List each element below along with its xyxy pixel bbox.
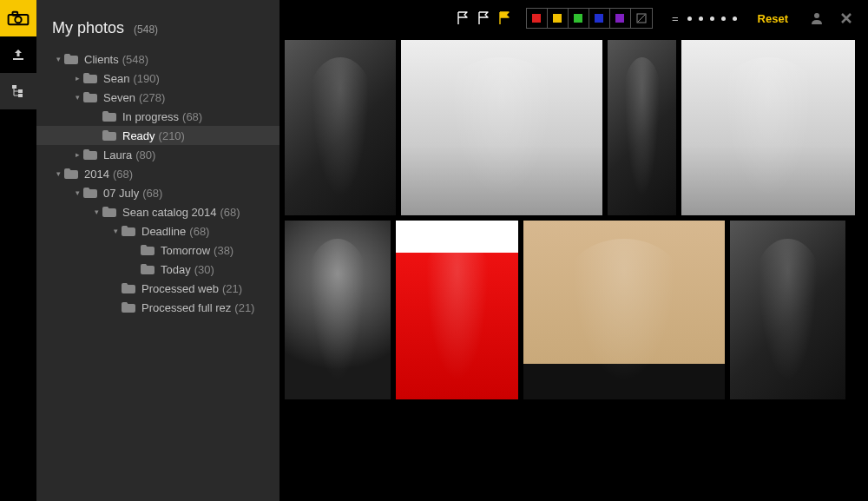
- folder-count: (68): [142, 187, 162, 200]
- folder-row-in-progress[interactable]: In progress (68): [36, 107, 279, 126]
- folder-label: Sean catalog 2014: [122, 206, 216, 219]
- svg-rect-4: [12, 85, 16, 89]
- folder-count: (68): [113, 168, 133, 181]
- photo-placeholder-icon: [716, 57, 820, 215]
- sidebar: My photos (548) ▾Clients (548)▸Sean (190…: [36, 0, 279, 501]
- folder-count: (68): [182, 110, 202, 123]
- folder-icon: [83, 73, 97, 83]
- folder-row-tomorrow[interactable]: Tomorrow (38): [36, 241, 279, 260]
- close-icon: [840, 12, 852, 24]
- disclosure-arrow-icon: ▾: [71, 188, 83, 197]
- folder-label: Tomorrow: [161, 244, 210, 257]
- flag-icon: [477, 11, 490, 25]
- folder-row-sean-catalog-2014[interactable]: ▾Sean catalog 2014 (68): [36, 202, 279, 221]
- svg-rect-2: [13, 12, 18, 16]
- folder-icon: [64, 168, 78, 179]
- no-color-icon: [636, 13, 647, 23]
- folder-label: 07 July: [103, 187, 139, 200]
- folder-count: (21): [234, 301, 254, 314]
- rating-dot[interactable]: [687, 16, 692, 21]
- user-button[interactable]: [807, 9, 826, 28]
- photo-4[interactable]: [681, 40, 855, 215]
- photo-2[interactable]: [401, 40, 602, 215]
- folder-row-2014[interactable]: ▾2014 (68): [36, 164, 279, 183]
- folder-label: Laura: [103, 148, 132, 162]
- photo-1[interactable]: [285, 40, 396, 215]
- color-label-yellow[interactable]: [548, 9, 569, 28]
- user-icon: [810, 11, 824, 25]
- sidebar-title: My photos (548): [36, 19, 279, 49]
- upload-button[interactable]: [0, 36, 36, 73]
- photo-placeholder-icon: [420, 239, 494, 399]
- folder-row-07-july[interactable]: ▾07 July (68): [36, 183, 279, 202]
- tree-icon: [11, 84, 25, 98]
- folder-count: (68): [189, 225, 209, 238]
- color-label-blue[interactable]: [589, 9, 610, 28]
- color-label-purple[interactable]: [610, 9, 631, 28]
- folder-icon: [122, 226, 135, 236]
- upload-icon: [11, 48, 25, 62]
- flag-filter-group: [453, 9, 514, 28]
- color-label-green[interactable]: [569, 9, 589, 28]
- rating-dot[interactable]: [733, 16, 737, 21]
- rating-dot[interactable]: [710, 16, 714, 21]
- photo-5[interactable]: [285, 221, 391, 399]
- grid-row-1: [285, 40, 863, 215]
- folder-icon: [122, 302, 135, 313]
- folder-row-seven[interactable]: ▾Seven (278): [36, 88, 279, 107]
- folder-count: (38): [214, 244, 233, 257]
- photo-6[interactable]: [396, 221, 518, 399]
- folder-row-processed-full-rez[interactable]: Processed full rez (21): [36, 298, 279, 317]
- svg-rect-6: [18, 94, 23, 97]
- photo-3[interactable]: [608, 40, 676, 215]
- folder-icon: [83, 92, 97, 102]
- flag-icon: [498, 11, 510, 25]
- photo-placeholder-icon: [306, 239, 369, 399]
- folder-row-ready[interactable]: Ready (210): [36, 126, 279, 145]
- grid-row-2: [285, 221, 863, 399]
- flag-keep-filter[interactable]: [453, 9, 472, 28]
- rating-dot[interactable]: [699, 16, 703, 21]
- disclosure-arrow-icon: ▾: [90, 208, 102, 216]
- folder-row-laura[interactable]: ▸Laura (80): [36, 145, 279, 164]
- color-label-none[interactable]: [631, 9, 652, 28]
- sidebar-title-text: My photos: [52, 19, 124, 36]
- svg-point-8: [814, 13, 819, 18]
- photo-placeholder-icon: [621, 57, 662, 215]
- disclosure-arrow-icon: ▾: [71, 93, 83, 102]
- photo-placeholder-icon: [563, 239, 684, 399]
- rating-dot[interactable]: [721, 16, 726, 21]
- photo-7[interactable]: [523, 221, 725, 399]
- reset-button[interactable]: Reset: [758, 12, 788, 25]
- thumbnail-grid: [279, 36, 868, 501]
- svg-rect-3: [13, 58, 23, 60]
- folder-icon: [102, 111, 116, 122]
- folder-label: Processed web: [141, 282, 219, 295]
- folder-count: (548): [122, 53, 148, 66]
- folder-row-today[interactable]: Today (30): [36, 260, 279, 279]
- rating-filter[interactable]: =: [672, 12, 737, 25]
- flag-reject-filter[interactable]: [495, 9, 514, 28]
- folder-label: Clients: [84, 53, 119, 66]
- folders-button[interactable]: [0, 73, 36, 109]
- photo-placeholder-icon: [753, 239, 823, 399]
- main-area: = Reset: [279, 0, 868, 501]
- folder-row-clients[interactable]: ▾Clients (548): [36, 49, 279, 69]
- photo-8[interactable]: [730, 221, 845, 399]
- folder-icon: [64, 54, 78, 64]
- folder-row-sean[interactable]: ▸Sean (190): [36, 69, 279, 88]
- photo-placeholder-icon: [441, 57, 562, 215]
- folder-count: (278): [139, 91, 165, 104]
- color-chip-icon: [615, 14, 624, 23]
- disclosure-arrow-icon: ▾: [52, 55, 64, 63]
- folder-row-deadline[interactable]: ▾Deadline (68): [36, 221, 279, 241]
- disclosure-arrow-icon: ▾: [52, 169, 64, 178]
- disclosure-arrow-icon: ▸: [71, 150, 83, 159]
- flag-neutral-filter[interactable]: [474, 9, 493, 28]
- folder-label: Seven: [103, 91, 135, 104]
- app-logo[interactable]: [0, 0, 36, 36]
- close-button[interactable]: [837, 9, 856, 28]
- folder-row-processed-web[interactable]: Processed web (21): [36, 279, 279, 298]
- folder-icon: [122, 283, 135, 293]
- color-label-red[interactable]: [527, 9, 548, 28]
